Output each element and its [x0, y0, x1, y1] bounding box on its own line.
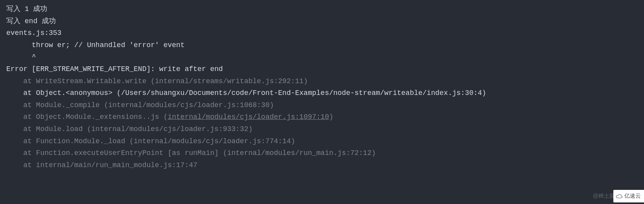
- terminal-line-10: at Object.Module._extensions..js (intern…: [6, 111, 638, 123]
- terminal-line-6: Error [ERR_STREAM_WRITE_AFTER_END]: writ…: [6, 63, 638, 75]
- terminal-line-0: 写入 1 成功: [6, 3, 638, 15]
- watermark-yisu: 亿速云: [613, 190, 644, 202]
- cloud-icon: [616, 193, 623, 199]
- terminal-line-9: at Module._compile (internal/modules/cjs…: [6, 99, 638, 111]
- terminal-line-7: at WriteStream.Writable.write (internal/…: [6, 75, 638, 87]
- terminal-line-11: at Module.load (internal/modules/cjs/loa…: [6, 123, 638, 135]
- terminal-line-13: at Function.executeUserEntryPoint [as ru…: [6, 147, 638, 159]
- terminal-line-12: at Function.Module._load (internal/modul…: [6, 135, 638, 148]
- terminal-line-1: 写入 end 成功: [6, 15, 638, 27]
- terminal-line-4: ^: [6, 51, 638, 63]
- terminal-output[interactable]: 写入 1 成功写入 end 成功events.js:353 throw er; …: [6, 3, 638, 171]
- terminal-line-2: events.js:353: [6, 27, 638, 39]
- stack-link[interactable]: internal/modules/cjs/loader.js:1097:10: [167, 113, 329, 121]
- terminal-line-3: throw er; // Unhandled 'error' event: [6, 39, 638, 51]
- terminal-line-14: at internal/main/run_main_module.js:17:4…: [6, 159, 638, 171]
- watermark-yisu-text: 亿速云: [624, 191, 641, 201]
- terminal-line-8: at Object.<anonymous> (/Users/shuangxu/D…: [6, 87, 638, 99]
